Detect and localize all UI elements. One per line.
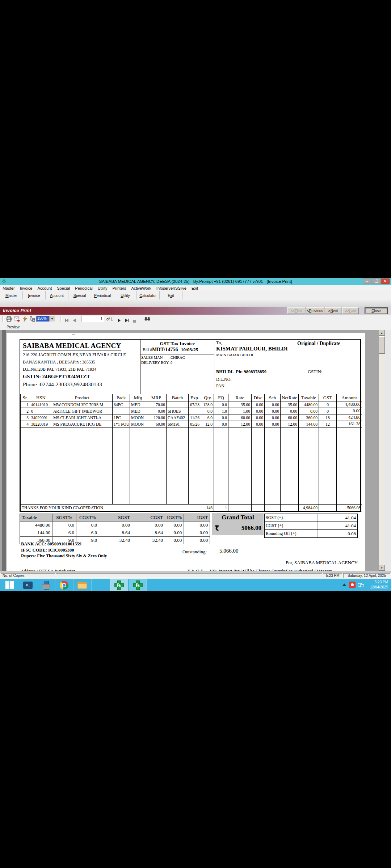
search-icon[interactable] — [144, 316, 151, 323]
table-cell: 18 — [319, 414, 337, 421]
minimize-button[interactable]: – — [363, 278, 371, 284]
items-table: Sr.HSNProductPackMfgMRPBatchExp.QtyFQRat… — [20, 394, 362, 511]
toolbar-button-special[interactable]: Special — [68, 291, 91, 299]
scroll-down-icon[interactable]: ▼ — [379, 565, 385, 571]
signature-line: For, SAIBABA MEDICAL AGENCY — [260, 560, 358, 566]
seller-name: SAIBABA MEDICAL AGENCY — [23, 342, 121, 350]
taskbar-item-powershell[interactable]: >_ — [19, 579, 37, 591]
close-panel-button[interactable]: Close — [365, 307, 388, 314]
chrome-icon — [60, 581, 68, 590]
tax-column-header-igst: IGST% — [165, 514, 184, 522]
stop-icon[interactable] — [133, 318, 136, 324]
next-button[interactable]: > Next — [325, 307, 341, 314]
chevron-down-icon[interactable]: ▼ — [49, 316, 55, 322]
windows-logo-icon — [5, 581, 14, 589]
last-page-icon[interactable] — [125, 317, 129, 324]
table-cell: 360.00 — [299, 414, 319, 421]
toolbar-button-calculator[interactable]: Calculator — [137, 291, 160, 299]
invoice-page: SAIBABA MEDICAL AGENCY 216-220 JAGRUTI C… — [7, 333, 365, 571]
column-header-sch: Sch — [265, 394, 281, 401]
toolbar-button-periodical[interactable]: Periodical — [91, 291, 114, 299]
first-page-icon[interactable] — [65, 317, 68, 324]
table-cell: 0.00 — [252, 408, 265, 414]
buyer-dl-label: D.L.NO: — [216, 377, 232, 382]
tax-header-row: TaxableSGST%CGST%SGSTCGSTIGST%IGST — [20, 514, 210, 522]
menu-item-utility[interactable]: Utility — [95, 286, 110, 290]
taskbar-item-chrome[interactable] — [55, 579, 73, 591]
bill-date: 10/03/25 — [181, 347, 198, 352]
vertical-scrollbar[interactable]: ▲ ▼ — [379, 330, 385, 571]
page-number-input[interactable]: 1 — [81, 316, 104, 322]
restore-icon — [375, 280, 378, 283]
bill-number: MDT/14756 — [152, 347, 178, 352]
table-cell: 0.00 — [252, 421, 265, 427]
toolbar-button-utility[interactable]: Utility — [114, 291, 137, 299]
tax-column-header-cgst: CGST — [132, 514, 165, 522]
tray-record-icon[interactable] — [349, 582, 356, 588]
last-button[interactable]: >> Last — [342, 307, 359, 314]
maximize-button[interactable] — [372, 278, 381, 284]
start-button[interactable] — [0, 579, 19, 591]
table-cell: 12.0 — [201, 421, 214, 427]
taskbar-item-pharmacy-app-2[interactable]: ℞ — [129, 579, 147, 591]
scrollbar-thumb[interactable] — [379, 336, 385, 354]
table-cell: 128.0 — [201, 401, 214, 408]
menu-item-account[interactable]: Account — [35, 286, 54, 290]
toolbar-button-exit[interactable]: Exit — [160, 291, 182, 299]
tax-column-header-taxable: Taxable — [20, 514, 52, 522]
table-cell: 120.00 — [146, 414, 167, 421]
screen: ♻ SAIBABA MEDICAL AGENCY, DEESA (2024-25… — [0, 0, 391, 868]
menu-item-activework[interactable]: ActiveWork — [129, 286, 154, 290]
taskbar-item-file-explorer[interactable] — [73, 579, 92, 591]
tray-clock[interactable]: 5:23 PM 12/04/2025 — [363, 580, 388, 590]
tab-preview[interactable]: Preview — [3, 324, 23, 330]
toolbar-button-account[interactable]: Account — [46, 291, 68, 299]
menu-item-printers[interactable]: Printers — [110, 286, 129, 290]
menu-item-periodical[interactable]: Periodical — [72, 286, 95, 290]
tax-cell: 0.00 — [184, 522, 210, 529]
tax-cell: 32.40 — [99, 537, 132, 544]
table-cell: MED — [130, 401, 146, 408]
toolbar-button-invoice[interactable]: Invoice — [23, 291, 46, 299]
menu-item-invoice[interactable]: Invoice — [17, 286, 35, 290]
status-copies-label: No. of Copies — [1, 573, 55, 578]
menu-item-special[interactable]: Special — [54, 286, 72, 290]
taskbar-item-pharmacy-app-active[interactable]: ℞ — [110, 579, 128, 591]
scroll-up-icon[interactable]: ▲ — [379, 330, 385, 336]
table-cell: 12 — [319, 421, 337, 427]
zoom-select[interactable]: 150% ▼ — [36, 316, 55, 322]
menu-item-infoserver-sslive[interactable]: Infoserver/SSlive — [154, 286, 189, 290]
table-cell: 4480.00 — [299, 401, 319, 408]
buyer-pan-label: PAN.. — [216, 383, 227, 389]
table-cell: 0 — [30, 408, 52, 414]
menu-item-master[interactable]: Master — [0, 286, 17, 290]
adjustment-label: SGST (+) — [265, 514, 318, 522]
toolbar-button-master[interactable]: Master — [0, 291, 23, 299]
close-button[interactable]: ✕ — [381, 278, 390, 284]
printer-icon[interactable] — [6, 316, 12, 323]
table-cell: 35.00 — [281, 401, 299, 408]
totals-cell — [319, 505, 337, 511]
amount-in-words: Rupees: Five Thousand Sixty Six & Zero O… — [21, 553, 107, 559]
table-cell: CAAF402 — [167, 414, 189, 421]
empty-rows-area — [21, 427, 362, 505]
toggle-tree-icon[interactable] — [30, 316, 35, 323]
tax-column-header-sgst: SGST — [99, 514, 132, 522]
invoice-info-block: GST Tax Invoice Bill #MDT/1475610/03/25 … — [140, 340, 214, 394]
toolbar-button-row: MasterInvoiceAccountSpecialPeriodicalUti… — [0, 291, 391, 300]
table-cell: 0.00 — [265, 401, 281, 408]
first-button[interactable]: << First — [287, 307, 305, 314]
taskbar: >_ ℞ ℞ 5:23 PM 12/04 — [0, 579, 391, 591]
refresh-icon[interactable] — [22, 316, 27, 323]
table-cell: 0.0 — [214, 401, 228, 408]
taskbar-item-admin-tools[interactable] — [37, 579, 55, 591]
export-icon[interactable] — [14, 316, 20, 323]
table-cell: 60.00 — [228, 414, 252, 421]
table-cell: 4,480.00 — [337, 401, 362, 408]
previous-button[interactable]: < Previous — [306, 307, 324, 314]
tray-expand-icon[interactable] — [342, 583, 346, 586]
menu-item-exit[interactable]: Exit — [189, 286, 201, 290]
table-cell — [130, 427, 146, 505]
prev-page-icon[interactable] — [73, 317, 76, 324]
next-page-icon[interactable] — [118, 317, 121, 324]
